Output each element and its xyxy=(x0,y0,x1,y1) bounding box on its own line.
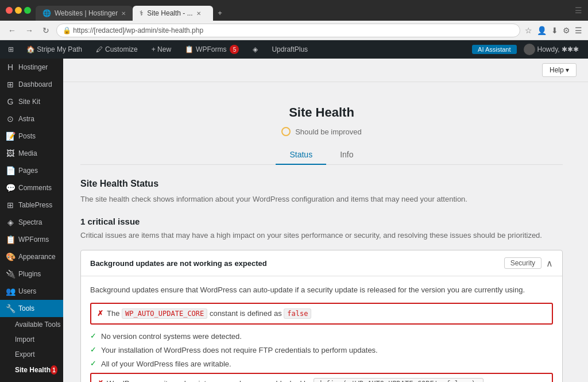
bookmark-icon[interactable]: ☆ xyxy=(525,26,532,35)
sidebar-item-appearance[interactable]: 🎨 Appearance xyxy=(0,248,63,265)
sidebar-tablepress-label: TablePress xyxy=(18,201,52,209)
tools-icon: 🔧 xyxy=(6,304,15,313)
sidebar-item-users[interactable]: 👥 Users xyxy=(0,283,63,300)
status-label: Should be improved xyxy=(295,128,362,136)
sidebar-item-comments[interactable]: 💬 Comments xyxy=(0,179,63,196)
extensions-icon[interactable]: ⚙ xyxy=(563,26,570,35)
sidebar-plugins-label: Plugins xyxy=(18,270,41,278)
sidebar-item-tools[interactable]: 🔧 Tools xyxy=(0,300,63,317)
sidebar-submenu-available-tools[interactable]: Available Tools xyxy=(0,317,63,332)
sidebar-item-plugins[interactable]: 🔌 Plugins xyxy=(0,265,63,283)
sidebar-pages-label: Pages xyxy=(18,167,38,175)
ai-assistant-btn[interactable]: AI Assistant xyxy=(472,45,516,54)
admin-bar-elementor[interactable]: ◈ xyxy=(248,40,262,59)
wp-admin-bar: ⊞ 🏠 Stripe My Path 🖊 Customize + New 📋 W… xyxy=(0,40,588,59)
check-text-2: WordPress security and maintenance relea… xyxy=(107,379,486,382)
dashboard-icon: ⊞ xyxy=(6,80,15,89)
admin-bar-wpforms[interactable]: 📋 WPForms 5 xyxy=(180,40,243,59)
status-indicator: Should be improved xyxy=(80,127,563,136)
issue-card-header[interactable]: Background updates are not working as ex… xyxy=(81,250,562,276)
wp-logo[interactable]: ⊞ xyxy=(5,40,17,59)
admin-bar-site[interactable]: 🏠 Stripe My Path xyxy=(22,40,87,59)
admin-bar-new-label: + New xyxy=(152,45,171,53)
sidebar-item-media[interactable]: 🖼 Media xyxy=(0,145,63,162)
admin-bar-updraftplus[interactable]: UpdraftPlus xyxy=(267,40,312,59)
issue-card: Background updates are not working as ex… xyxy=(80,250,563,382)
sidebar-item-posts[interactable]: 📝 Posts xyxy=(0,128,63,145)
forward-button[interactable]: → xyxy=(23,25,36,36)
user-avatar xyxy=(524,44,535,55)
hostinger-icon: H xyxy=(6,63,15,72)
window-close-btn[interactable] xyxy=(6,7,13,14)
sidebar-item-sitekit[interactable]: G Site Kit xyxy=(0,93,63,110)
admin-bar-user[interactable]: Howdy, ✱✱✱ xyxy=(519,40,583,59)
site-health-label: Site Health xyxy=(15,366,51,374)
download-icon[interactable]: ⬇ xyxy=(551,26,558,35)
pass-icon-3: ✓ xyxy=(90,359,96,368)
sidebar-item-spectra[interactable]: ◈ Spectra xyxy=(0,214,63,231)
tab-status[interactable]: Status xyxy=(276,145,326,165)
new-tab-btn[interactable]: + xyxy=(213,5,227,21)
collapse-icon[interactable]: ∧ xyxy=(546,258,553,269)
back-button[interactable]: ← xyxy=(6,25,18,36)
wpforms-sidebar-icon: 📋 xyxy=(6,235,15,244)
sidebar-users-label: Users xyxy=(18,287,36,295)
sidebar: H Hostinger ⊞ Dashboard G Site Kit ⊙ Ast… xyxy=(0,59,63,382)
browser-chrome: 🌐 Websites | Hostinger ✕ ⚕ Site Health -… xyxy=(0,0,588,21)
sidebar-item-hostinger[interactable]: H Hostinger xyxy=(0,59,63,76)
sidebar-sitekit-label: Site Kit xyxy=(18,98,40,106)
sidebar-tools-label: Tools xyxy=(18,304,34,312)
sidebar-item-pages[interactable]: 📄 Pages xyxy=(0,162,63,179)
admin-bar-new[interactable]: + New xyxy=(147,40,176,59)
sidebar-submenu-export-personal[interactable]: Export Personal Data xyxy=(0,378,63,382)
tab-close-btn[interactable]: ✕ xyxy=(121,10,126,17)
sidebar-item-wpforms[interactable]: 📋 WPForms xyxy=(0,231,63,248)
sidebar-submenu-export[interactable]: Export xyxy=(0,347,63,362)
window-min-btn[interactable] xyxy=(15,7,22,14)
pages-icon: 📄 xyxy=(6,166,15,175)
check-text-pass-1: No version control systems were detected… xyxy=(101,331,242,342)
admin-bar-right: AI Assistant Howdy, ✱✱✱ xyxy=(472,40,583,59)
media-icon: 🖼 xyxy=(6,149,15,158)
browser-tabs: 🌐 Websites | Hostinger ✕ ⚕ Site Health -… xyxy=(36,0,570,21)
elementor-icon: ◈ xyxy=(253,45,258,53)
tabs-bar: Status Info xyxy=(80,145,563,165)
help-bar: Help ▾ xyxy=(63,59,588,82)
sidebar-dashboard-label: Dashboard xyxy=(18,80,52,88)
wp-logo-icon: ⊞ xyxy=(8,45,14,53)
tablepress-icon: ⊞ xyxy=(6,200,15,210)
browser-tab-websites[interactable]: 🌐 Websites | Hostinger ✕ xyxy=(36,6,133,21)
issue-body-desc: Background updates ensure that WordPress… xyxy=(90,284,553,296)
admin-bar-customize-label: Customize xyxy=(105,45,138,53)
sidebar-item-tablepress[interactable]: ⊞ TablePress xyxy=(0,196,63,214)
reload-button[interactable]: ↻ xyxy=(40,25,52,36)
sidebar-submenu-site-health[interactable]: Site Health 1 xyxy=(0,362,63,378)
spectra-icon: ◈ xyxy=(6,218,15,227)
sidebar-comments-label: Comments xyxy=(18,184,52,192)
tab-info[interactable]: Info xyxy=(326,145,367,165)
address-input[interactable]: 🔒 https://[redacted]/wp-admin/site-healt… xyxy=(56,24,520,37)
tab-close-active-btn[interactable]: ✕ xyxy=(196,10,201,17)
menu-icon[interactable]: ☰ xyxy=(575,26,582,35)
window-max-btn[interactable] xyxy=(24,7,31,14)
sidebar-item-astra[interactable]: ⊙ Astra xyxy=(0,110,63,128)
appearance-icon: 🎨 xyxy=(6,252,15,261)
sidebar-item-dashboard[interactable]: ⊞ Dashboard xyxy=(0,76,63,93)
check-text-pass-2: Your installation of WordPress does not … xyxy=(101,345,378,356)
address-text: https://[redacted]/wp-admin/site-health.… xyxy=(73,26,203,34)
check-item-error-1: ✗ The WP_AUTO_UPDATE_CORE constant is de… xyxy=(90,303,553,325)
sidebar-appearance-label: Appearance xyxy=(18,253,56,261)
help-button[interactable]: Help ▾ xyxy=(542,63,577,77)
sitekit-icon: G xyxy=(6,97,15,106)
site-health-badge: 1 xyxy=(51,365,57,375)
tab-favicon: ⚕ xyxy=(140,9,144,17)
check-items-list: ✗ The WP_AUTO_UPDATE_CORE constant is de… xyxy=(90,303,553,383)
admin-bar-customize[interactable]: 🖊 Customize xyxy=(91,40,142,59)
available-tools-label: Available Tools xyxy=(15,321,61,329)
check-item-pass-1: ✓ No version control systems were detect… xyxy=(90,331,553,342)
sidebar-submenu-import[interactable]: Import xyxy=(0,332,63,347)
tab-favicon: 🌐 xyxy=(42,9,51,17)
profile-icon[interactable]: 👤 xyxy=(537,26,547,35)
browser-window-controls xyxy=(6,7,31,14)
browser-tab-sitehealth[interactable]: ⚕ Site Health - ... ✕ xyxy=(133,6,213,21)
